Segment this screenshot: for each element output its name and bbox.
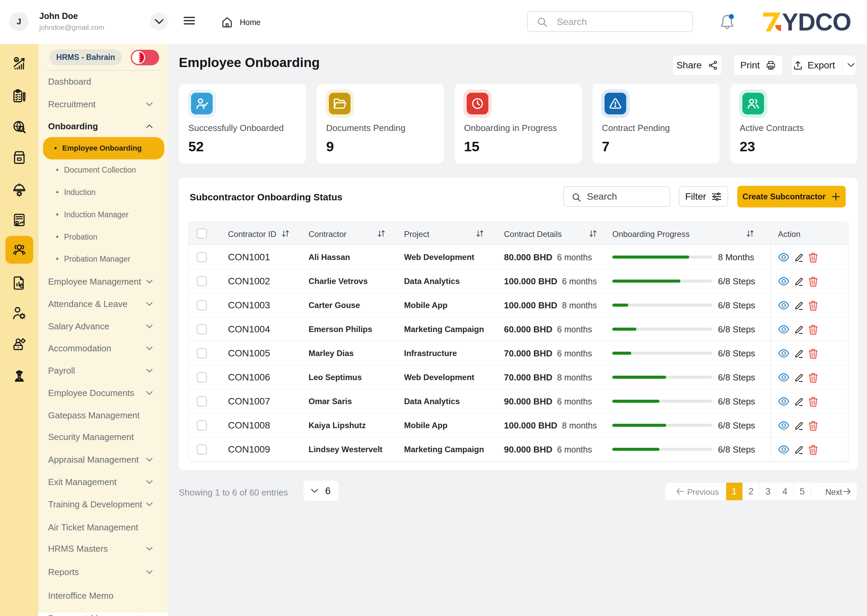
svg-text:YDCO: YDCO <box>782 11 851 33</box>
